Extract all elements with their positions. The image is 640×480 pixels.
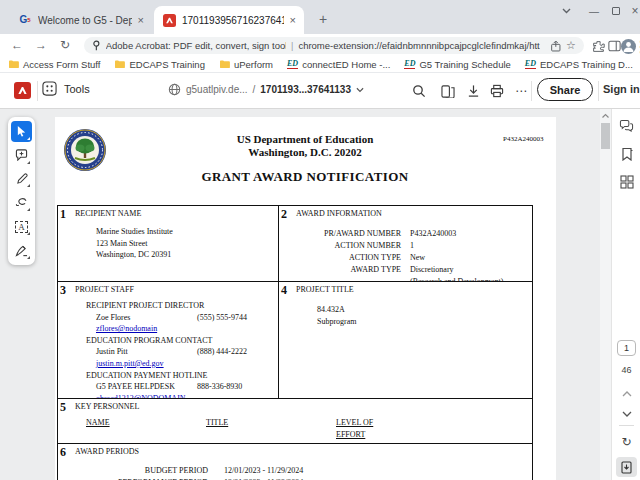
bookmark-item[interactable]: ED EDCAPS Training D... <box>525 59 633 70</box>
tab-strip: G5 Welcome to G5 - Department o × 170119… <box>0 0 640 34</box>
section-label: KEY PERSONNEL <box>75 402 139 411</box>
url-extension-name: Adobe Acrobat: PDF edit, convert, sign t… <box>106 40 286 51</box>
bookmark-item[interactable]: uPerform <box>219 59 273 70</box>
bookmarks-panel-icon[interactable] <box>618 145 635 162</box>
annotation-tool-rail: A <box>8 117 35 265</box>
document-breadcrumb[interactable]: g5uatlpiv.de... / 1701193...37641133 <box>168 83 364 96</box>
staff-heading: RECIPIENT PROJECT DIRECTOR <box>86 300 279 312</box>
award-info-row: ACTION TYPENew <box>283 252 530 264</box>
draw-tool-button[interactable] <box>11 192 32 213</box>
download-icon[interactable] <box>463 81 483 101</box>
connected-ed-icon: ED <box>525 60 536 69</box>
award-info-row: PR/AWARD NUMBERP432A240003 <box>283 228 530 240</box>
scroll-up-arrow-icon[interactable] <box>600 113 611 119</box>
chevron-down-icon <box>356 87 364 93</box>
close-tab-icon[interactable]: × <box>138 14 144 26</box>
fill-sign-tool-button[interactable] <box>11 240 32 261</box>
fit-page-button[interactable] <box>616 457 637 477</box>
project-title-line: Subprogram <box>317 316 357 328</box>
folder-icon <box>219 60 230 69</box>
tab-g5-welcome[interactable]: G5 Welcome to G5 - Department o × <box>10 6 152 34</box>
staff-row: Zoe Flores(555) 555-9744 <box>58 312 279 324</box>
section-project-title: 4 PROJECT TITLE 84.432A Subprogram <box>279 282 532 398</box>
rotate-page-icon[interactable]: ↻ <box>612 435 640 449</box>
squiggle-icon <box>15 198 28 207</box>
vertical-scrollbar[interactable] <box>600 109 611 480</box>
key-personnel-header: NAME TITLE LEVEL OF EFFORT <box>58 417 532 441</box>
grant-award-table: 1 RECIPIENT NAME Marine Studies Institut… <box>57 205 533 480</box>
tab-search-chevron-icon[interactable] <box>557 2 575 20</box>
pdf-page: US Department of Education Washington, D… <box>55 117 556 480</box>
tools-grid-icon <box>42 81 57 96</box>
window-close-button[interactable]: × <box>626 2 640 20</box>
table-row: 3 PROJECT STAFF RECIPIENT PROJECT DIRECT… <box>58 281 532 398</box>
staff-heading: EDUCATION PROGRAM CONTACT <box>86 335 279 347</box>
staff-email-link[interactable]: zflores@nodomain <box>96 323 279 335</box>
next-page-icon[interactable] <box>618 405 635 422</box>
staff-heading: EDUCATION PAYMENT HOTLINE <box>86 370 279 382</box>
section-label: PROJECT TITLE <box>296 285 354 294</box>
section-number: 6 <box>60 445 66 460</box>
comment-plus-icon <box>15 149 28 161</box>
more-options-icon[interactable]: ⋯ <box>511 81 531 101</box>
reload-button[interactable]: ↻ <box>56 36 74 54</box>
award-info-row: ACTION NUMBER1 <box>283 240 530 252</box>
print-icon[interactable] <box>487 81 507 101</box>
section-key-personnel: 5 KEY PERSONNEL NAME TITLE LEVEL OF EFFO… <box>58 398 532 443</box>
fit-page-icon <box>621 461 632 474</box>
add-comment-tool-button[interactable] <box>11 145 32 166</box>
section-award-information: 2 AWARD INFORMATION PR/AWARD NUMBERP432A… <box>279 206 532 281</box>
document-filename: 1701193...37641133 <box>260 84 351 95</box>
url-address: chrome-extension://efaidnbmnnnibpcajpcgl… <box>298 40 539 51</box>
tools-button[interactable]: Tools <box>42 81 90 96</box>
share-page-icon[interactable] <box>550 40 562 52</box>
window-restore-button[interactable] <box>607 2 625 20</box>
window-minimize-button[interactable]: — <box>585 2 603 20</box>
folder-icon <box>8 60 19 69</box>
award-info-row: AWARD TYPEDiscretionary <box>283 264 530 276</box>
thumbnails-panel-icon[interactable] <box>618 173 635 190</box>
signature-pen-icon <box>15 245 28 257</box>
bookmark-item[interactable]: Access Form Stuff <box>8 59 100 70</box>
add-text-tool-button[interactable]: A <box>11 216 32 237</box>
tab-pdf-active[interactable]: 1701193956716237641133.pdf × <box>154 6 304 34</box>
section-number: 2 <box>281 207 287 222</box>
staff-email-link[interactable]: justin.m.pitt@ed.gov <box>96 358 279 370</box>
bookmark-item[interactable]: EDCAPS Training <box>114 59 205 70</box>
back-button[interactable]: ← <box>8 36 26 54</box>
browser-menu-icon[interactable]: ⋮ <box>632 37 640 55</box>
bookmark-item[interactable]: ED G5 Training Schedule <box>404 59 511 70</box>
scrollbar-thumb[interactable] <box>601 123 610 149</box>
current-page-input[interactable]: 1 <box>617 340 636 356</box>
select-tool-button[interactable] <box>11 121 32 142</box>
close-tab-icon[interactable]: × <box>290 14 296 26</box>
section-label: AWARD INFORMATION <box>296 209 382 218</box>
previous-page-icon[interactable] <box>618 385 635 402</box>
pencil-tool-button[interactable] <box>11 169 32 190</box>
acrobat-logo <box>14 82 31 99</box>
page-thumbnails-icon[interactable] <box>438 81 458 101</box>
comments-panel-icon[interactable] <box>618 117 635 134</box>
doc-org-address: Washington, D.C. 20202 <box>55 146 555 158</box>
bookmark-star-icon[interactable]: ☆ <box>566 39 576 52</box>
award-period-row: BUDGET PERIOD12/01/2023 - 11/29/2024 <box>58 465 532 477</box>
section-number: 1 <box>60 207 66 222</box>
connected-ed-icon: ED <box>287 60 298 69</box>
staff-row: Justin Pitt(888) 444-2222 <box>58 346 279 358</box>
browser-toolbar: ← → ↻ Adobe Acrobat: PDF edit, convert, … <box>0 34 640 57</box>
section-project-staff: 3 PROJECT STAFF RECIPIENT PROJECT DIRECT… <box>58 282 279 398</box>
sign-in-button[interactable]: Sign in <box>603 83 640 95</box>
recipient-line: 123 Main Street <box>96 238 173 250</box>
extension-pin-icon <box>92 40 101 51</box>
share-button[interactable]: Share <box>537 78 593 101</box>
bookmark-item[interactable]: ED connectED Home -... <box>287 59 390 70</box>
award-number-corner: P432A240003 <box>503 135 543 143</box>
address-bar[interactable]: Adobe Acrobat: PDF edit, convert, sign t… <box>84 37 584 54</box>
text-box-icon: A <box>15 221 28 233</box>
pdf-favicon <box>162 13 176 27</box>
forward-button[interactable]: → <box>32 36 50 54</box>
cursor-icon <box>16 125 27 137</box>
globe-icon <box>168 83 181 96</box>
new-tab-button[interactable]: + <box>312 8 334 30</box>
search-icon[interactable] <box>409 81 429 101</box>
